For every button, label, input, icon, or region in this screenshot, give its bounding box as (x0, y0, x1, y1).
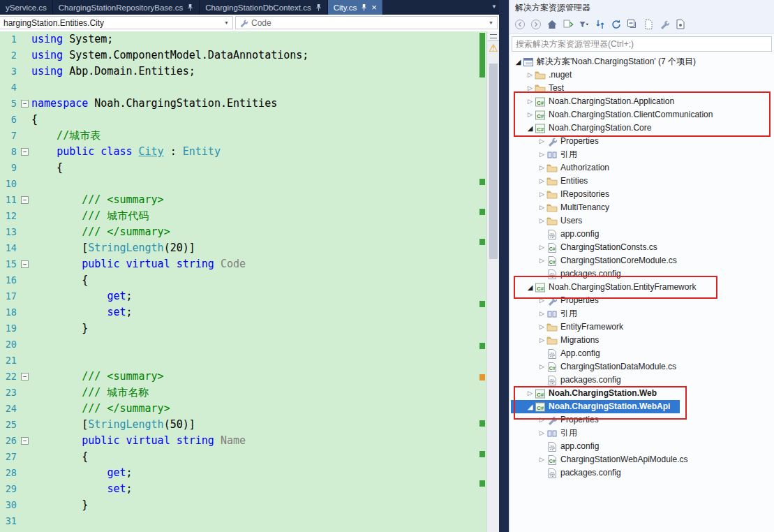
code-line[interactable]: 28 get; (0, 465, 499, 481)
tree-item-Migrations[interactable]: ▷Migrations (509, 334, 774, 347)
code-line[interactable]: 14 [StringLength(20)] (0, 240, 499, 256)
tree-item-IRepositories[interactable]: ▷IRepositories (509, 188, 774, 201)
fold-toggle-icon[interactable]: − (21, 373, 29, 380)
tab-ChargingStationRepositoryBase.cs[interactable]: ChargingStationRepositoryBase.cs (53, 0, 200, 15)
tree-item-packages.config[interactable]: packages.config (509, 466, 774, 480)
code-line[interactable]: 30 } (0, 497, 499, 513)
tree-item-ChargingStationWebApiModule.cs[interactable]: ▷C#ChargingStationWebApiModule.cs (509, 453, 774, 466)
code-line[interactable]: 25 [StringLength(50)] (0, 417, 499, 433)
warning-icon[interactable]: ⚠ (487, 40, 499, 56)
sync-with-active-document-icon[interactable] (593, 17, 608, 31)
editor-vertical-scrollbar[interactable]: ⚠ (486, 31, 499, 532)
code-line[interactable]: 4 (0, 80, 499, 96)
code-line[interactable]: 22− /// <summary> (0, 369, 499, 385)
tree-item-ChargingStationCoreModule.cs[interactable]: ▷C#ChargingStationCoreModule.cs (509, 254, 774, 267)
tree-item-Properties[interactable]: ▷Properties (509, 413, 774, 427)
collapsed-arrow-icon[interactable]: ▷ (526, 68, 535, 82)
show-all-files-icon[interactable] (641, 17, 656, 31)
pending-changes-filter-icon[interactable] (576, 17, 592, 31)
collapsed-arrow-icon[interactable]: ▷ (537, 320, 546, 334)
code-line[interactable]: 24 /// </summary> (0, 401, 499, 417)
code-editor[interactable]: 1using System;2using System.ComponentMod… (0, 31, 499, 532)
code-line[interactable]: 19 } (0, 320, 499, 337)
code-line[interactable]: 17 get; (0, 288, 499, 304)
fold-toggle-icon[interactable]: − (21, 148, 29, 156)
collapse-all-icon[interactable] (625, 17, 640, 31)
tree-item-Noah.ChargingStation.WebApi[interactable]: ◢C#Noah.ChargingStation.WebApi (509, 400, 774, 413)
code-line[interactable]: 5−namespace Noah.ChargingStation.Entitie… (0, 96, 499, 112)
tree-item-Noah.ChargingStation.Core[interactable]: ◢C#Noah.ChargingStation.Core (509, 121, 774, 135)
code-line[interactable]: 10 (0, 176, 499, 192)
tree-item-app.config[interactable]: app.config (509, 440, 774, 453)
tab-City.cs[interactable]: City.cs× (328, 0, 383, 15)
tree-item-Noah.ChargingStation.ClientCommunication[interactable]: ▷C#Noah.ChargingStation.ClientCommunicat… (509, 108, 774, 121)
tree-item-packages.config[interactable]: packages.config (509, 267, 774, 281)
code-line[interactable]: 7 //城市表 (0, 128, 499, 144)
refresh-icon[interactable] (609, 17, 624, 31)
tree-item-ChargingStationConsts.cs[interactable]: ▷C#ChargingStationConsts.cs (509, 241, 774, 254)
tree-item-Properties[interactable]: ▷Properties (509, 294, 774, 307)
code-line[interactable]: 31 (0, 513, 499, 529)
solution-explorer-searchbox[interactable] (512, 36, 772, 52)
collapsed-arrow-icon[interactable]: ▷ (537, 360, 546, 374)
fold-toggle-icon[interactable]: − (21, 100, 29, 108)
editor-panel-splitter[interactable] (499, 0, 509, 532)
tab-overflow-caret-icon[interactable]: ▼ (491, 3, 497, 10)
code-line[interactable]: 20 (0, 337, 499, 353)
code-line[interactable]: 3using Abp.Domain.Entities; (0, 64, 499, 80)
collapsed-arrow-icon[interactable]: ▷ (537, 334, 546, 347)
expanded-arrow-icon[interactable]: ◢ (526, 121, 535, 135)
tree-item-packages.config[interactable]: packages.config (509, 374, 774, 387)
code-line[interactable]: 29 set; (0, 481, 499, 497)
tree-item-解决方案'Noah.ChargingStation' (7 个项目)[interactable]: ◢解决方案'Noah.ChargingStation' (7 个项目) (509, 55, 774, 68)
fold-toggle-icon[interactable]: − (21, 260, 29, 268)
tree-item-app.config[interactable]: app.config (509, 228, 774, 241)
type-dropdown[interactable]: hargingStation.Entities.City ▼ (0, 16, 233, 29)
collapsed-arrow-icon[interactable]: ▷ (537, 427, 546, 440)
tree-item-Users[interactable]: ▷Users (509, 214, 774, 228)
code-line[interactable]: 15− public virtual string Code (0, 256, 499, 272)
code-line[interactable]: 27 { (0, 449, 499, 465)
collapsed-arrow-icon[interactable]: ▷ (537, 307, 546, 320)
code-line[interactable]: 13 /// </summary> (0, 224, 499, 240)
tree-item-Noah.ChargingStation.EntityFramework[interactable]: ◢C#Noah.ChargingStation.EntityFramework (509, 281, 774, 294)
tree-item-MultiTenancy[interactable]: ▷MultiTenancy (509, 201, 774, 214)
expanded-arrow-icon[interactable]: ◢ (526, 281, 535, 294)
code-line[interactable]: 12 /// 城市代码 (0, 208, 499, 224)
code-line[interactable]: 16 { (0, 272, 499, 288)
tree-item-Noah.ChargingStation.Web[interactable]: ▷C#Noah.ChargingStation.Web (509, 387, 774, 400)
tab-yService.cs[interactable]: yService.cs (0, 0, 53, 15)
tree-item-App.config[interactable]: App.config (509, 347, 774, 360)
scrollbar-thumb[interactable] (489, 64, 498, 259)
switch-views-icon[interactable] (560, 17, 576, 31)
code-line[interactable]: 23 /// 城市名称 (0, 385, 499, 401)
collapsed-arrow-icon[interactable]: ▷ (526, 387, 535, 400)
tree-item-Authorization[interactable]: ▷Authorization (509, 161, 774, 175)
pin-icon[interactable] (361, 3, 367, 12)
properties-icon[interactable] (657, 17, 672, 31)
navigate-back-icon[interactable] (512, 17, 528, 31)
collapsed-arrow-icon[interactable]: ▷ (537, 201, 546, 214)
tree-item-EntityFramework[interactable]: ▷EntityFramework (509, 320, 774, 334)
home-icon[interactable] (544, 17, 560, 31)
fold-toggle-icon[interactable]: − (21, 437, 29, 445)
code-line[interactable]: 18 set; (0, 304, 499, 320)
tree-item-ChargingStationDataModule.cs[interactable]: ▷C#ChargingStationDataModule.cs (509, 360, 774, 374)
tree-item-引用[interactable]: ▷引用 (509, 148, 774, 161)
collapsed-arrow-icon[interactable]: ▷ (537, 135, 546, 148)
code-line[interactable]: 2using System.ComponentModel.DataAnnotat… (0, 47, 499, 64)
split-window-handle[interactable] (488, 31, 499, 41)
code-line[interactable]: 6{ (0, 112, 499, 128)
code-line[interactable]: 1using System; (0, 31, 499, 47)
collapsed-arrow-icon[interactable]: ▷ (537, 294, 546, 307)
code-line[interactable]: 26− public virtual string Name (0, 433, 499, 449)
close-icon[interactable]: × (371, 3, 377, 12)
member-dropdown[interactable]: Code ▼ (235, 16, 498, 29)
tree-item-Entities[interactable]: ▷Entities (509, 175, 774, 188)
navigate-forward-icon[interactable] (528, 17, 544, 31)
search-input[interactable] (512, 37, 771, 51)
collapsed-arrow-icon[interactable]: ▷ (537, 453, 546, 466)
collapsed-arrow-icon[interactable]: ▷ (537, 175, 546, 188)
code-line[interactable]: 21 (0, 353, 499, 369)
tree-item-Noah.ChargingStation.Application[interactable]: ▷C#Noah.ChargingStation.Application (509, 95, 774, 108)
